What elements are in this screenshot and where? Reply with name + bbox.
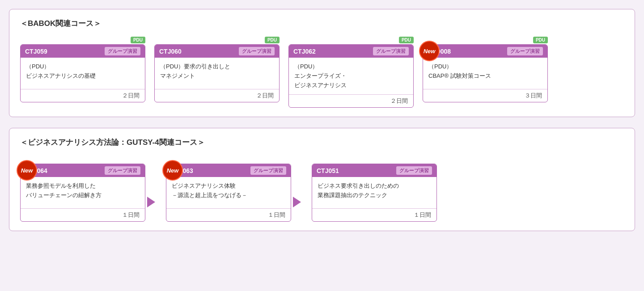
card-ctj062[interactable]: CTJ062 グループ演習 （PDU） エンタープライズ・ ビジネスアナリシス … bbox=[288, 44, 414, 108]
card-wrapper-ctj059: PDU CTJ059 グループ演習 （PDU） ビジネスアナリシスの基礎 ２日間 bbox=[20, 37, 145, 102]
arrow-triangle-1 bbox=[147, 197, 155, 207]
card-wrapper-ctd008: PDU New CTD008 グループ演習 （PDU） CBAP® 試験対策コー… bbox=[423, 37, 548, 102]
card-body-ctj051: ビジネス要求引き出しのための 業務課題抽出のテクニック bbox=[312, 177, 436, 208]
card-wrapper-ctj062: PDU CTJ062 グループ演習 （PDU） エンタープライズ・ ビジネスアナ… bbox=[288, 37, 414, 108]
card-wrapper-ctj051: CTJ051 グループ演習 ビジネス要求引き出しのための 業務課題抽出のテクニッ… bbox=[312, 156, 437, 222]
card-tag-ctj063: グループ演習 bbox=[250, 166, 286, 175]
arrow-triangle-2 bbox=[293, 197, 301, 207]
card-code-ctj060: CTJ060 bbox=[159, 48, 182, 55]
card-tag-ctj064: グループ演習 bbox=[105, 166, 140, 175]
card-and-arrow-ctj063: New CTJ063 グループ演習 ビジネスアナリシス体験 －源流と超上流をつな… bbox=[166, 156, 303, 222]
pdu-badge-ctj060: PDU bbox=[265, 37, 280, 43]
pdu-badge-ctd008: PDU bbox=[533, 37, 548, 43]
section-babok: ＜BABOK関連コース＞ PDU CTJ059 グループ演習 （PDU） ビジネ… bbox=[9, 9, 635, 117]
card-code-ctj059: CTJ059 bbox=[25, 48, 47, 55]
card-ctj059[interactable]: CTJ059 グループ演習 （PDU） ビジネスアナリシスの基礎 ２日間 bbox=[20, 44, 145, 102]
card-footer-ctj060: ２日間 bbox=[155, 89, 279, 102]
babok-cards-row: PDU CTJ059 グループ演習 （PDU） ビジネスアナリシスの基礎 ２日間… bbox=[20, 37, 624, 108]
card-ctd008[interactable]: CTD008 グループ演習 （PDU） CBAP® 試験対策コース ３日間 bbox=[423, 44, 548, 102]
section-babok-title: ＜BABOK関連コース＞ bbox=[20, 18, 624, 29]
card-tag-ctj060: グループ演習 bbox=[239, 47, 275, 55]
card-new-wrapper-ctj064: New CTJ064 グループ演習 業務参照モデルを利用した バリューチェーンの… bbox=[20, 164, 145, 222]
card-header-ctj063: CTJ063 グループ演習 bbox=[166, 164, 291, 177]
card-tag-ctj062: グループ演習 bbox=[373, 47, 409, 55]
card-body-ctj062: （PDU） エンタープライズ・ ビジネスアナリシス bbox=[289, 58, 413, 94]
card-code-ctj062: CTJ062 bbox=[293, 48, 316, 55]
card-body-ctj064: 業務参照モデルを利用した バリューチェーンの紐解き方 bbox=[21, 177, 145, 208]
section-gutsy-title: ＜ビジネスアナリシス方法論：GUTSY-4関連コース＞ bbox=[20, 137, 624, 148]
card-footer-ctj051: １日間 bbox=[312, 208, 436, 221]
gutsy-cards-row: New CTJ064 グループ演習 業務参照モデルを利用した バリューチェーンの… bbox=[20, 156, 624, 222]
arrow-ctj064-to-ctj063 bbox=[145, 170, 157, 207]
card-ctj051[interactable]: CTJ051 グループ演習 ビジネス要求引き出しのための 業務課題抽出のテクニッ… bbox=[312, 164, 437, 222]
card-body-ctj060: （PDU）要求の引き出しと マネジメント bbox=[155, 58, 279, 89]
card-ctj064[interactable]: CTJ064 グループ演習 業務参照モデルを利用した バリューチェーンの紐解き方… bbox=[20, 164, 145, 222]
card-wrapper-ctj064: New CTJ064 グループ演習 業務参照モデルを利用した バリューチェーンの… bbox=[20, 156, 145, 222]
card-body-ctj063: ビジネスアナリシス体験 －源流と超上流をつなげる－ bbox=[166, 177, 291, 208]
card-body-ctj059: （PDU） ビジネスアナリシスの基礎 bbox=[21, 58, 145, 89]
pdu-badge-ctj059: PDU bbox=[131, 37, 145, 43]
card-and-arrow-ctj064: New CTJ064 グループ演習 業務参照モデルを利用した バリューチェーンの… bbox=[20, 156, 157, 222]
card-header-ctj059: CTJ059 グループ演習 bbox=[21, 45, 145, 58]
card-new-wrapper-ctd008: New CTD008 グループ演習 （PDU） CBAP® 試験対策コース ３日… bbox=[423, 44, 548, 102]
card-tag-ctd008: グループ演習 bbox=[507, 47, 543, 55]
card-wrapper-ctj060: PDU CTJ060 グループ演習 （PDU）要求の引き出しと マネジメント ２… bbox=[154, 37, 280, 102]
card-footer-ctj059: ２日間 bbox=[21, 89, 145, 102]
card-new-wrapper-ctj063: New CTJ063 グループ演習 ビジネスアナリシス体験 －源流と超上流をつな… bbox=[166, 164, 291, 222]
arrow-ctj063-to-ctj051 bbox=[291, 170, 303, 207]
card-tag-ctj051: グループ演習 bbox=[396, 166, 432, 175]
card-footer-ctj063: １日間 bbox=[166, 208, 291, 221]
card-code-ctj051: CTJ051 bbox=[317, 167, 339, 174]
card-tag-ctj059: グループ演習 bbox=[105, 47, 140, 55]
card-footer-ctj064: １日間 bbox=[21, 208, 145, 221]
card-header-ctj060: CTJ060 グループ演習 bbox=[155, 45, 279, 58]
card-ctj063[interactable]: CTJ063 グループ演習 ビジネスアナリシス体験 －源流と超上流をつなげる－ … bbox=[166, 164, 291, 222]
card-body-ctd008: （PDU） CBAP® 試験対策コース bbox=[423, 58, 547, 89]
card-ctj060[interactable]: CTJ060 グループ演習 （PDU）要求の引き出しと マネジメント ２日間 bbox=[154, 44, 280, 102]
card-header-ctd008: CTD008 グループ演習 bbox=[423, 45, 547, 58]
card-header-ctj051: CTJ051 グループ演習 bbox=[312, 164, 436, 177]
card-wrapper-ctj063: New CTJ063 グループ演習 ビジネスアナリシス体験 －源流と超上流をつな… bbox=[166, 156, 291, 222]
card-header-ctj062: CTJ062 グループ演習 bbox=[289, 45, 413, 58]
card-footer-ctd008: ３日間 bbox=[423, 89, 547, 102]
section-gutsy: ＜ビジネスアナリシス方法論：GUTSY-4関連コース＞ New CTJ064 グ… bbox=[9, 128, 635, 231]
card-footer-ctj062: ２日間 bbox=[289, 94, 413, 107]
pdu-badge-ctj062: PDU bbox=[399, 37, 414, 43]
card-header-ctj064: CTJ064 グループ演習 bbox=[21, 164, 145, 177]
new-badge-ctd008: New bbox=[419, 41, 440, 61]
